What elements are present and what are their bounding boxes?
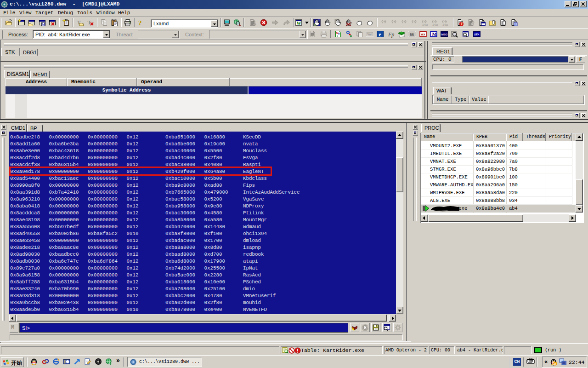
svg-text:Fp: Fp bbox=[388, 31, 394, 38]
svg-text:ASM: ASM bbox=[432, 24, 438, 27]
svg-text:M: M bbox=[432, 31, 437, 37]
svg-text:66: 66 bbox=[410, 32, 414, 37]
svg-text:F: F bbox=[461, 22, 463, 26]
svg-text:si>: si> bbox=[474, 32, 479, 36]
svg-text:W: W bbox=[297, 21, 301, 26]
svg-text:ax: ax bbox=[421, 32, 425, 36]
svg-text:?: ? bbox=[138, 19, 142, 27]
svg-text:MSG: MSG bbox=[441, 33, 448, 36]
svg-text:ASM: ASM bbox=[422, 24, 428, 27]
svg-text:e: e bbox=[379, 31, 382, 38]
svg-text:c: c bbox=[337, 34, 338, 37]
svg-text:Var: Var bbox=[368, 33, 373, 36]
svg-text:ASM: ASM bbox=[442, 24, 448, 27]
